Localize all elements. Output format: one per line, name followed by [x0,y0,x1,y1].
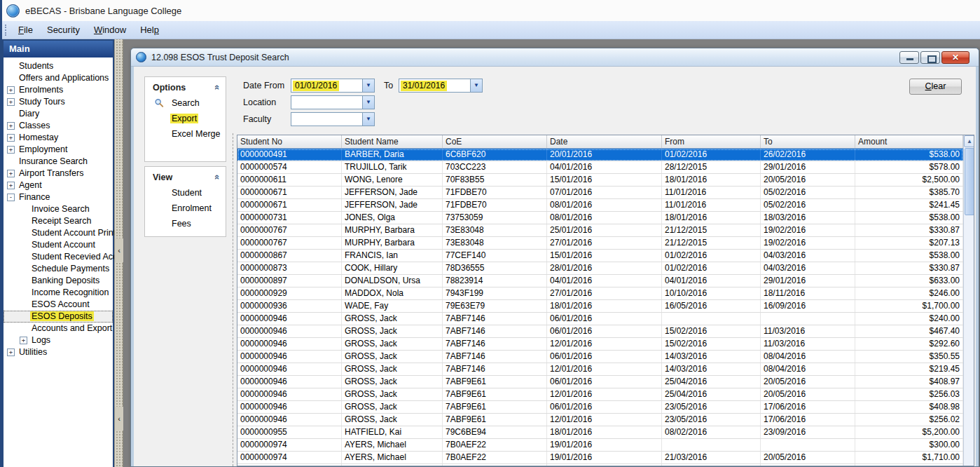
sidebar-item-schedule-payments[interactable]: Schedule Payments [4,263,113,275]
minimize-button[interactable] [899,51,919,64]
maximize-button[interactable] [920,51,940,64]
collapse-chevron-icon[interactable]: « [212,85,223,90]
faculty-combo[interactable]: ▼ [291,112,375,126]
vertical-scrollbar[interactable]: ▲ [963,135,974,466]
expand-icon[interactable]: + [7,98,15,106]
chevron-down-icon[interactable]: ▼ [470,79,482,92]
splitter-collapse-icon[interactable]: ‹ [115,407,123,431]
option-item-excel-merge[interactable]: Excel Merge [145,126,226,142]
table-row[interactable]: 0000000946GROSS, Jack7ABF714612/01/20161… [237,363,963,376]
table-row[interactable]: 0000000946GROSS, Jack7ABF9E6106/01/20162… [237,376,963,388]
sidebar-item-students[interactable]: Students [4,60,113,72]
chevron-down-icon[interactable]: ▼ [362,79,374,92]
table-row[interactable]: 0000000767MURPHY, Barbara73E8304827/01/2… [237,237,963,250]
table-row[interactable]: 0000000929MADDOX, Nola7943F19927/01/2016… [237,287,963,300]
sidebar-item-student-recevied-accou[interactable]: Student Recevied Accou [4,251,113,263]
table-row[interactable]: 0000000974AYERS, Michael7B0AEF2219/01/20… [237,452,963,464]
table-row[interactable]: 0000000867FRANCIS, Ian77CEF14015/01/2016… [237,250,963,262]
view-item-student[interactable]: Student [145,185,226,201]
menu-item-security[interactable]: Security [40,22,87,38]
table-row[interactable]: 0000000974AYERS, Michael7B0B134019/01/20… [237,464,963,466]
option-item-search[interactable]: Search [145,95,226,111]
table-row[interactable]: 0000000671JEFFERSON, Jade71FDBE7007/01/2… [237,187,963,199]
date-from-value[interactable]: 01/01/2016 [293,81,339,91]
sidebar-item-student-account[interactable]: Student Account [4,239,113,251]
table-row[interactable]: 0000000946GROSS, Jack7ABF714612/01/20161… [237,338,963,351]
clear-button[interactable]: Clear [909,79,962,95]
sidebar-item-utilities[interactable]: +Utilities [4,346,113,358]
sidebar-item-offers-and-applications[interactable]: Offers and Applications [4,72,113,84]
expand-icon[interactable]: + [7,122,15,130]
expand-icon[interactable]: + [7,146,15,154]
sidebar-item-esos-deposits[interactable]: ESOS Deposits [4,311,113,323]
table-row[interactable]: 0000000946GROSS, Jack7ABF714606/01/20161… [237,325,963,338]
panel-grid-divider[interactable] [233,133,233,466]
sidebar-item-airport-transfers[interactable]: +Airport Transfers [4,168,113,180]
sidebar-item-diary[interactable]: Diary [4,108,113,120]
table-row[interactable]: 0000000936WADE, Fay79E63E7918/01/201616/… [237,300,963,313]
column-header-from[interactable]: From [662,135,761,148]
sidebar-item-agent[interactable]: +Agent [4,180,113,191]
date-to-combo[interactable]: 31/01/2016 ▼ [399,79,483,93]
menu-grip-icon[interactable] [5,25,8,36]
sidebar-item-accounts-and-export[interactable]: Accounts and Export [4,323,113,334]
collapse-chevron-icon[interactable]: « [212,175,223,180]
scroll-up-icon[interactable]: ▲ [964,135,974,147]
collapse-icon[interactable]: - [7,194,15,201]
close-button[interactable] [941,51,969,64]
sidebar-item-classes[interactable]: +Classes [4,120,113,132]
column-header-date[interactable]: Date [547,135,662,148]
expand-icon[interactable]: + [20,337,27,344]
sidebar-splitter[interactable]: ‹ ‹ [114,39,123,467]
sidebar-item-enrolments[interactable]: +Enrolments [4,84,113,96]
column-header-coe[interactable]: CoE [443,135,547,148]
expand-icon[interactable]: + [7,86,15,94]
table-row[interactable]: 0000000671JEFFERSON, Jade71FDBE7008/01/2… [237,199,963,212]
table-row[interactable]: 0000000767MURPHY, Barbara73E8304825/01/2… [237,224,963,237]
option-item-export[interactable]: Export [145,111,226,126]
sidebar-item-esos-account[interactable]: ESOS Account [4,299,113,311]
table-row[interactable]: 0000000974AYERS, Michael7B0AEF2219/01/20… [237,439,963,452]
expand-icon[interactable]: + [7,348,15,356]
location-combo[interactable]: ▼ [291,95,375,109]
table-row[interactable]: 0000000946GROSS, Jack7ABF714606/01/20161… [237,351,963,363]
column-header-to[interactable]: To [761,135,855,148]
table-row[interactable]: 0000000946GROSS, Jack7ABF9E6112/01/20162… [237,414,963,426]
sidebar-item-income-recognition[interactable]: Income Recognition [4,287,113,299]
column-header-amount[interactable]: Amount [855,135,963,148]
table-row[interactable]: 0000000946GROSS, Jack7ABF9E6112/01/20162… [237,388,963,401]
view-item-enrolment[interactable]: Enrolment [145,201,226,216]
sidebar-item-banking-deposits[interactable]: Banking Deposits [4,275,113,287]
table-row[interactable]: 0000000873COOK, Hillary78D3655528/01/201… [237,262,963,275]
chevron-down-icon[interactable]: ▼ [362,113,374,126]
scrollbar-thumb[interactable] [965,148,974,215]
date-from-combo[interactable]: 01/01/2016 ▼ [291,79,375,93]
sidebar-item-invoice-search[interactable]: Invoice Search [4,203,113,215]
table-row[interactable]: 0000000611WONG, Lenore70F83B5515/01/2016… [237,174,963,187]
sidebar-item-logs[interactable]: +Logs [4,334,113,346]
expand-icon[interactable]: + [7,134,15,142]
dialog-title-bar[interactable]: 12.098 ESOS Trust Deposit Search [131,48,979,67]
sidebar-item-finance[interactable]: -Finance [4,191,113,203]
view-item-fees[interactable]: Fees [145,216,226,231]
sidebar-item-insurance-search[interactable]: Insurance Search [4,156,113,168]
splitter-collapse-icon[interactable]: ‹ [115,238,123,262]
table-row[interactable]: 0000000731JONES, Olga7375305908/01/20161… [237,212,963,224]
sidebar-item-study-tours[interactable]: +Study Tours [4,96,113,108]
menu-item-window[interactable]: Window [87,22,133,38]
table-row[interactable]: 0000000955HATFIELD, Kai79C6BE9418/01/201… [237,426,963,439]
table-row[interactable]: 0000000897DONALDSON, Ursa7882391404/01/2… [237,275,963,287]
table-row[interactable]: 0000000491BARBER, Daria6C6BF62020/01/201… [237,149,963,161]
sidebar-item-homestay[interactable]: +Homestay [4,132,113,144]
expand-icon[interactable]: + [7,182,15,189]
column-header-student-name[interactable]: Student Name [342,135,443,148]
table-row[interactable]: 0000000574TRUJILLO, Tarik703CC22304/01/2… [237,161,963,174]
sidebar-item-employment[interactable]: +Employment [4,144,113,156]
date-to-value[interactable]: 31/01/2016 [401,81,447,91]
menu-item-help[interactable]: Help [133,22,166,38]
sidebar-item-receipt-search[interactable]: Receipt Search [4,215,113,227]
table-row[interactable]: 0000000946GROSS, Jack7ABF9E6106/01/20162… [237,401,963,414]
sidebar-item-student-account-print[interactable]: Student Account Print [4,227,113,239]
column-header-student-no[interactable]: Student No [237,135,342,148]
chevron-down-icon[interactable]: ▼ [362,96,374,109]
